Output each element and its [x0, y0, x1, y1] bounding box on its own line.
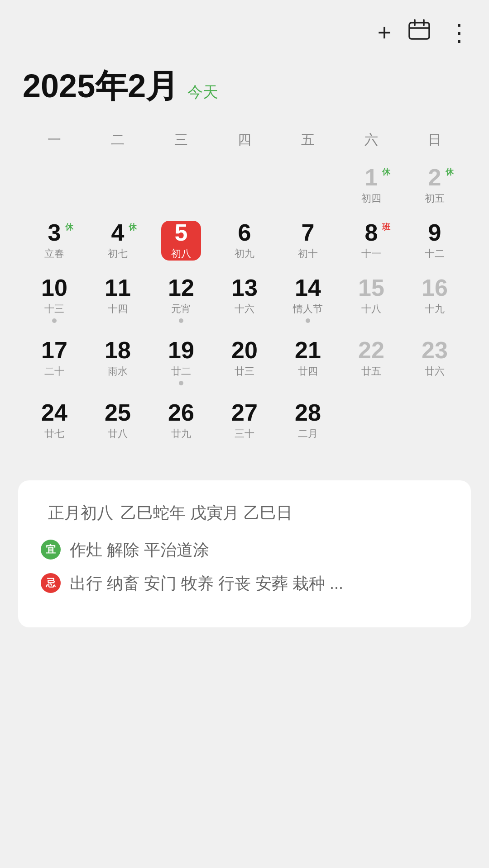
day-cell[interactable]: 5初八 [149, 213, 213, 269]
day-cell[interactable]: 23廿六 [403, 331, 466, 394]
day-cell[interactable]: 15十八 [340, 269, 403, 331]
calendar-grid: 休1初四休2初五休3立春休4初七5初八6初九7初十班8十一9十二10十三11十四… [23, 158, 466, 449]
day-cell [86, 158, 149, 213]
day-cell[interactable]: 休3立春 [23, 213, 86, 269]
day-cell[interactable]: 25廿八 [86, 394, 149, 449]
calendar-container: 2025年2月 今天 一 二 三 四 五 六 日 休1初四休2初五休3立春休4初… [0, 56, 489, 462]
day-cell[interactable]: 16十九 [403, 269, 466, 331]
day-cell[interactable]: 9十二 [403, 213, 466, 269]
day-cell[interactable]: 18雨水 [86, 331, 149, 394]
svg-rect-0 [409, 23, 429, 39]
day-cell[interactable]: 12元宵 [149, 269, 213, 331]
day-cell[interactable]: 休1初四 [340, 158, 403, 213]
day-cell [340, 394, 403, 449]
day-cell[interactable]: 22廿五 [340, 331, 403, 394]
more-icon[interactable]: ⋮ [447, 19, 471, 46]
day-cell[interactable]: 20廿三 [213, 331, 276, 394]
good-icon: 宜 [41, 540, 61, 560]
day-cell[interactable]: 24廿七 [23, 394, 86, 449]
day-cell [23, 158, 86, 213]
day-cell[interactable]: 17二十 [23, 331, 86, 394]
day-cell[interactable]: 休2初五 [403, 158, 466, 213]
weekday-row: 一 二 三 四 五 六 日 [23, 126, 466, 154]
weekday-tue: 二 [86, 126, 149, 154]
month-title: 2025年2月 [23, 65, 178, 108]
info-title-main: 正月初八 [48, 503, 113, 522]
day-cell[interactable]: 6初九 [213, 213, 276, 269]
weekday-mon: 一 [23, 126, 86, 154]
day-cell[interactable]: 13十六 [213, 269, 276, 331]
day-cell [213, 158, 276, 213]
good-text: 作灶 解除 平治道涂 [70, 538, 209, 562]
weekday-sat: 六 [340, 126, 403, 154]
day-cell[interactable]: 班8十一 [340, 213, 403, 269]
today-button[interactable]: 今天 [187, 82, 218, 103]
day-cell[interactable]: 19廿二 [149, 331, 213, 394]
top-bar: + ⋮ [0, 0, 489, 56]
day-cell[interactable]: 10十三 [23, 269, 86, 331]
weekday-fri: 五 [276, 126, 340, 154]
day-cell[interactable]: 21廿四 [276, 331, 340, 394]
day-cell[interactable]: 休4初七 [86, 213, 149, 269]
weekday-thu: 四 [213, 126, 276, 154]
day-cell[interactable]: 11十四 [86, 269, 149, 331]
day-cell[interactable]: 26廿九 [149, 394, 213, 449]
weekday-wed: 三 [149, 126, 213, 154]
day-cell[interactable]: 27三十 [213, 394, 276, 449]
day-cell [149, 158, 213, 213]
bad-row: 忌 出行 纳畜 安门 牧养 行丧 安葬 栽种 ... [41, 571, 448, 596]
day-cell[interactable]: 14情人节 [276, 269, 340, 331]
good-row: 宜 作灶 解除 平治道涂 [41, 538, 448, 562]
info-title-sub: 乙巳蛇年 戊寅月 乙巳日 [120, 503, 292, 522]
info-card: 正月初八乙巳蛇年 戊寅月 乙巳日 宜 作灶 解除 平治道涂 忌 出行 纳畜 安门… [18, 480, 471, 627]
info-title: 正月初八乙巳蛇年 戊寅月 乙巳日 [41, 500, 448, 524]
day-cell[interactable]: 7初十 [276, 213, 340, 269]
bad-icon: 忌 [41, 573, 61, 593]
calendar-icon[interactable] [408, 18, 431, 47]
day-cell [276, 158, 340, 213]
day-cell[interactable]: 28二月 [276, 394, 340, 449]
add-icon[interactable]: + [378, 19, 391, 46]
weekday-sun: 日 [403, 126, 466, 154]
bad-text: 出行 纳畜 安门 牧养 行丧 安葬 栽种 ... [70, 571, 343, 596]
day-cell [403, 394, 466, 449]
month-header: 2025年2月 今天 [23, 65, 466, 108]
